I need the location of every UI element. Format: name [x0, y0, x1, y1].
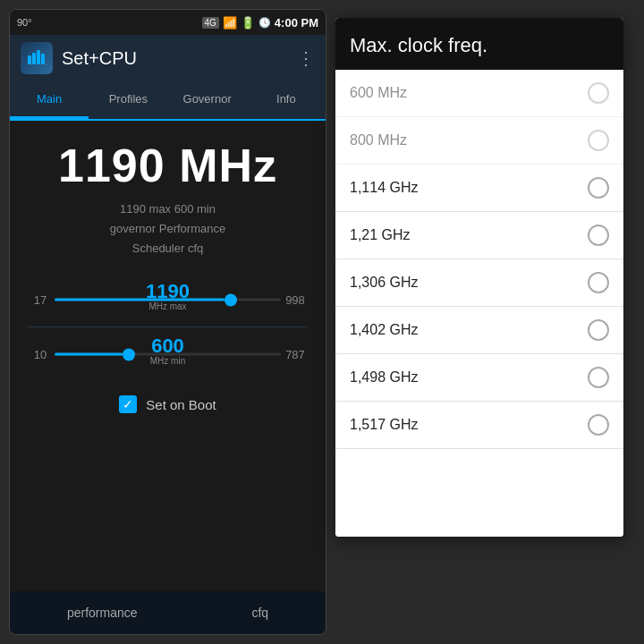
- slider-max-label: MHz max: [148, 301, 186, 311]
- main-content: 1190 MHz 1190 max 600 min governor Perfo…: [10, 121, 326, 591]
- freq-item-label: 1,114 GHz: [350, 180, 418, 196]
- slider-min-label: MHz min: [150, 356, 185, 366]
- freq-list-item[interactable]: 1,517 GHz: [335, 402, 623, 449]
- bottom-right-tag: cfq: [251, 606, 268, 620]
- tab-profiles[interactable]: Profiles: [89, 81, 167, 119]
- tab-governor[interactable]: Governor: [168, 81, 247, 119]
- app-icon: [21, 42, 53, 74]
- slider-max-center-val: 1190: [146, 280, 190, 303]
- freq-info-line1: 1190 max 600 min: [110, 199, 225, 219]
- freq-list-item[interactable]: 1,498 GHz: [335, 354, 623, 402]
- freq-item-label: 600 MHz: [350, 85, 407, 101]
- icon-clock: 🕓: [258, 17, 271, 29]
- temperature-text: 90°: [17, 17, 32, 28]
- slider-max-thumb[interactable]: [225, 293, 237, 306]
- radio-button[interactable]: [588, 177, 609, 199]
- divider: [28, 326, 308, 327]
- svg-rect-0: [28, 55, 31, 64]
- freq-info-line3: Scheduler cfq: [110, 239, 225, 258]
- phone-left-panel: 90° 4G 📶 🔋 🕓 4:00 PM Set+CPU ⋮: [9, 9, 326, 635]
- slider-section: 17 1190 MHz max 998 10 600 MHz min: [19, 276, 317, 377]
- dialog-title: Max. clock freq.: [350, 34, 609, 57]
- boot-label: Set on Boot: [146, 397, 216, 412]
- slider-min-right-val: 787: [283, 348, 308, 361]
- slider-min-center-val: 600: [151, 335, 184, 358]
- boot-row: ✓ Set on Boot: [19, 377, 317, 431]
- freq-item-label: 1,517 GHz: [350, 417, 418, 433]
- freq-item-label: 1,498 GHz: [350, 369, 418, 386]
- freq-info-line2: governor Performance: [110, 219, 225, 239]
- freq-list-item[interactable]: 1,306 GHz: [335, 259, 623, 307]
- slider-max-left-val: 17: [28, 293, 53, 307]
- freq-list[interactable]: 600 MHz800 MHz1,114 GHz1,21 GHz1,306 GHz…: [335, 70, 623, 537]
- slider-min-thumb[interactable]: [123, 348, 135, 360]
- status-right: 4G 📶 🔋 🕓 4:00 PM: [202, 16, 318, 30]
- svg-rect-1: [32, 53, 36, 64]
- app-title: Set+CPU: [62, 48, 137, 69]
- status-bar: 90° 4G 📶 🔋 🕓 4:00 PM: [10, 10, 326, 35]
- status-left: 90°: [17, 17, 32, 28]
- svg-rect-2: [37, 50, 40, 64]
- dialog-header: Max. clock freq.: [335, 18, 623, 70]
- freq-display: 1190 MHz: [58, 139, 277, 192]
- freq-item-label: 1,402 GHz: [350, 322, 418, 338]
- radio-button[interactable]: [588, 319, 609, 341]
- freq-list-item[interactable]: 600 MHz: [335, 70, 623, 117]
- radio-button[interactable]: [588, 414, 609, 436]
- freq-list-item[interactable]: 1,402 GHz: [335, 307, 623, 354]
- freq-list-item[interactable]: 1,21 GHz: [335, 212, 623, 259]
- radio-button[interactable]: [588, 367, 609, 388]
- bottom-left-tag: performance: [67, 606, 138, 620]
- min-slider-row: 10 600 MHz min 787: [28, 331, 308, 377]
- svg-rect-3: [41, 54, 45, 64]
- slider-min-fill: [55, 353, 123, 356]
- tab-bar: Main Profiles Governor Info: [10, 81, 326, 121]
- freq-item-label: 1,21 GHz: [350, 227, 411, 243]
- freq-list-item[interactable]: 800 MHz: [335, 117, 623, 165]
- freq-list-item[interactable]: 1,114 GHz: [335, 165, 623, 212]
- tab-info[interactable]: Info: [247, 81, 326, 119]
- bottom-bar: performance cfq: [10, 591, 326, 634]
- slider-min-left-val: 10: [28, 348, 53, 361]
- freq-item-label: 800 MHz: [350, 132, 407, 148]
- radio-button[interactable]: [588, 82, 609, 104]
- freq-info: 1190 max 600 min governor Performance Sc…: [110, 199, 225, 258]
- icon-signal: 📶: [223, 16, 237, 30]
- radio-button[interactable]: [588, 225, 609, 246]
- tab-main[interactable]: Main: [10, 81, 89, 119]
- dialog-panel: Max. clock freq. 600 MHz800 MHz1,114 GHz…: [335, 18, 623, 537]
- slider-max-fill: [55, 299, 225, 301]
- radio-button[interactable]: [588, 272, 609, 293]
- slider-max-right-val: 998: [283, 293, 308, 307]
- app-header-left: Set+CPU: [21, 42, 137, 74]
- time-text: 4:00 PM: [275, 16, 318, 30]
- menu-button[interactable]: ⋮: [297, 47, 315, 69]
- app-header: Set+CPU ⋮: [10, 35, 326, 81]
- radio-button[interactable]: [588, 130, 609, 151]
- icon-battery: 🔋: [241, 16, 255, 30]
- freq-item-label: 1,306 GHz: [350, 275, 418, 291]
- boot-checkbox[interactable]: ✓: [119, 395, 137, 413]
- icon-4g: 4G: [202, 17, 219, 29]
- max-slider-row: 17 1190 MHz max 998: [28, 276, 308, 323]
